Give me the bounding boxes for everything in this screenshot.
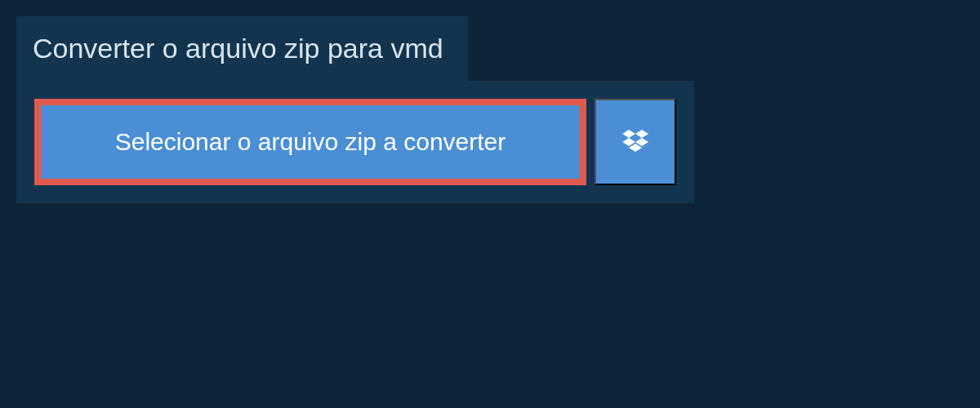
select-file-button[interactable]: Selecionar o arquivo zip a converter [34,99,586,185]
content-wrapper: Converter o arquivo zip para vmd Selecio… [16,16,694,203]
dropbox-icon [622,130,648,154]
dropbox-button[interactable] [595,99,676,185]
page-title: Converter o arquivo zip para vmd [33,33,443,64]
title-bar: Converter o arquivo zip para vmd [16,16,468,81]
converter-container: Converter o arquivo zip para vmd Selecio… [0,0,980,220]
select-file-label: Selecionar o arquivo zip a converter [115,128,506,156]
action-panel: Selecionar o arquivo zip a converter [16,81,694,203]
